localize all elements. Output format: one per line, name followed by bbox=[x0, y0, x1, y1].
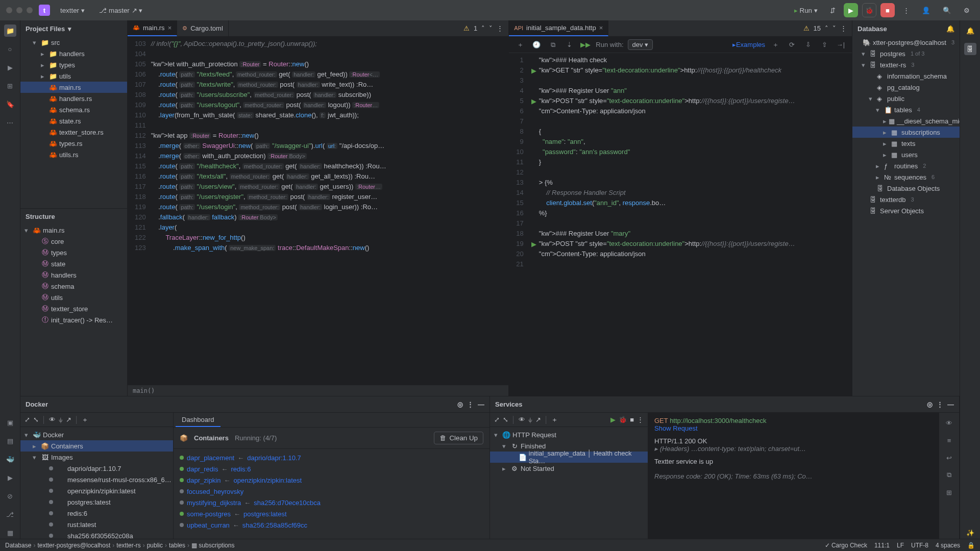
container-row[interactable]: dapr_zipkin ← openzipkin/zipkin:latest bbox=[180, 474, 483, 486]
container-row[interactable]: mystifying_dijkstra ← sha256:d70ece10cbc… bbox=[180, 497, 483, 508]
lock-icon[interactable]: 🔒 bbox=[967, 542, 975, 549]
view-icon[interactable]: 👁 bbox=[49, 416, 56, 423]
env-select[interactable]: dev ▾ bbox=[628, 39, 653, 50]
expand-icon[interactable]: ⤢ bbox=[24, 416, 30, 423]
structure-row[interactable]: Ⓜutils bbox=[20, 292, 127, 303]
vcs-branch-dropdown[interactable]: ⎇ master ↗ ▾ bbox=[95, 5, 146, 16]
maximize-window[interactable] bbox=[27, 7, 33, 13]
run-gutter[interactable]: ▶▶▶ bbox=[529, 53, 539, 396]
prev-problem-icon[interactable]: ˄ bbox=[825, 24, 828, 32]
structure-row[interactable]: Ⓜtextter_store bbox=[20, 303, 127, 314]
target-icon[interactable]: ◎ bbox=[457, 400, 463, 408]
view-icon[interactable]: 👁 bbox=[519, 416, 525, 423]
docker-tree-row[interactable]: rust:latest bbox=[20, 519, 173, 530]
add-icon[interactable]: ＋ bbox=[82, 415, 88, 424]
db-tree-row[interactable]: 🗄textterdb3 bbox=[852, 194, 960, 205]
db-tree-row[interactable]: 🐘xtter-postgres@localhost3 bbox=[852, 37, 960, 48]
new-request-icon[interactable]: ＋ bbox=[769, 39, 781, 51]
container-link[interactable]: focused_heyrovsky bbox=[187, 488, 243, 495]
docker-tree[interactable]: ▾🐳Docker▸📦Containers▾🖼Imagesdaprio/dapr:… bbox=[20, 427, 173, 539]
next-problem-icon[interactable]: ˅ bbox=[832, 24, 836, 32]
search-icon[interactable]: 🔍 bbox=[939, 5, 955, 16]
minimize-icon[interactable]: — bbox=[478, 400, 484, 408]
structure-row[interactable]: Ⓜhandlers bbox=[20, 269, 127, 281]
docker-tree-row[interactable]: ▾🐳Docker bbox=[20, 429, 173, 440]
tree-row[interactable]: ▸📁types bbox=[20, 59, 127, 70]
collapse-icon[interactable]: ⤡ bbox=[503, 416, 508, 423]
status-breadcrumbs[interactable]: Database›textter-postgres@localhost›text… bbox=[5, 542, 234, 549]
add-icon[interactable]: ＋ bbox=[551, 415, 558, 424]
run-tool-icon[interactable]: ▤ bbox=[4, 435, 16, 447]
stop-button[interactable]: ■ bbox=[880, 3, 895, 17]
services-tree-row[interactable]: 📄initial_sample_data │ Health check Sta… bbox=[490, 452, 648, 463]
commit-tool-icon[interactable]: ○ bbox=[4, 43, 16, 55]
more-actions-icon[interactable]: ⋮ bbox=[899, 5, 914, 16]
show-request-link[interactable]: Show Request bbox=[654, 424, 698, 432]
docker-tree-row[interactable]: ▾🖼Images bbox=[20, 452, 173, 463]
expand-icon[interactable]: ⤢ bbox=[494, 416, 500, 423]
clean-up-button[interactable]: 🗑 Clean Up bbox=[434, 432, 483, 444]
tree-row[interactable]: ▸📁utils bbox=[20, 70, 127, 82]
container-row[interactable]: upbeat_curran ← sha256:258a85cf69cc bbox=[180, 519, 483, 531]
upload-icon[interactable]: ⇧ bbox=[818, 39, 830, 51]
container-link[interactable]: some-postgres bbox=[187, 510, 231, 518]
editor-more-icon[interactable]: ⋮ bbox=[840, 24, 847, 32]
container-link[interactable]: upbeat_curran bbox=[187, 521, 230, 529]
project-tool-icon[interactable]: 📁 bbox=[4, 24, 16, 37]
tree-row[interactable]: 🦀main.rs bbox=[20, 82, 127, 93]
structure-tool-icon[interactable]: ⊞ bbox=[4, 80, 16, 92]
debug-icon[interactable]: 🐞 bbox=[619, 416, 627, 423]
structure-row[interactable]: Ⓢcore bbox=[20, 236, 127, 247]
collapse-icon[interactable]: →| bbox=[835, 39, 847, 51]
build-output-icon[interactable]: ▦ bbox=[4, 527, 16, 539]
minimize-window[interactable] bbox=[16, 7, 22, 13]
copy-icon[interactable]: ⧉ bbox=[547, 39, 559, 51]
dashboard-tab[interactable]: Dashboard bbox=[176, 413, 220, 427]
ai-assistant-icon[interactable]: ✨ bbox=[964, 527, 976, 539]
notifications-icon[interactable]: 🔔 bbox=[946, 25, 954, 33]
line-ending[interactable]: LF bbox=[897, 542, 904, 549]
db-tree-row[interactable]: ▸▦__diesel_schema_mig… bbox=[852, 115, 960, 127]
run-icon[interactable]: ▶ bbox=[610, 416, 616, 423]
debug-button[interactable]: 🐞 bbox=[862, 3, 876, 17]
scroll-icon[interactable]: ≡ bbox=[943, 434, 955, 446]
project-tree[interactable]: ▾📁src▸📁handlers▸📁types▸📁utils🦀main.rs🦀ha… bbox=[20, 37, 127, 208]
build-icon[interactable]: ⇵ bbox=[826, 5, 840, 16]
tree-row[interactable]: 🦀utils.rs bbox=[20, 149, 127, 160]
problems-tool-icon[interactable]: ⊘ bbox=[4, 490, 16, 502]
tree-row[interactable]: 🦀textter_store.rs bbox=[20, 127, 127, 138]
db-tree-row[interactable]: ▾📋tables4 bbox=[852, 104, 960, 115]
code-with-me-icon[interactable]: 👤 bbox=[918, 5, 935, 16]
container-link[interactable]: dapr_placement bbox=[187, 454, 234, 462]
container-link[interactable]: dapr_redis bbox=[187, 465, 218, 473]
chevron-down-icon[interactable]: ▾ bbox=[68, 25, 71, 33]
tree-row[interactable]: 🦀types.rs bbox=[20, 138, 127, 149]
tree-row[interactable]: 🦀state.rs bbox=[20, 115, 127, 127]
close-window[interactable] bbox=[6, 7, 12, 13]
editor-breadcrumb[interactable]: main() bbox=[128, 385, 508, 396]
services-tree[interactable]: ▾🌐HTTP Request▾↻Finished📄initial_sample_… bbox=[490, 427, 648, 476]
structure-row[interactable]: ⓕinit_tracer() -> Res… bbox=[20, 314, 127, 325]
editor-tab[interactable]: 🦀main.rs× bbox=[128, 20, 177, 36]
db-tree-row[interactable]: ▾🗄textter-rs3 bbox=[852, 59, 960, 70]
sync-icon[interactable]: ⟳ bbox=[786, 39, 798, 51]
services-tree-row[interactable]: ▾🌐HTTP Request bbox=[490, 429, 648, 440]
prev-problem-icon[interactable]: ˄ bbox=[481, 24, 485, 32]
db-tree-row[interactable]: ◈information_schema bbox=[852, 70, 960, 82]
add-request-icon[interactable]: ＋ bbox=[514, 39, 526, 51]
bookmarks-tool-icon[interactable]: 🔖 bbox=[4, 98, 16, 110]
docker-tree-row[interactable]: messense/rust-musl-cross:x86_6… bbox=[20, 474, 173, 485]
filter-icon[interactable]: ⏚ bbox=[528, 416, 532, 423]
docker-tool-icon[interactable]: 🐳 bbox=[4, 453, 16, 465]
wrap-icon[interactable]: ↩ bbox=[943, 452, 955, 464]
terminal-tool-icon[interactable]: ▣ bbox=[4, 416, 16, 429]
minimize-icon[interactable]: — bbox=[947, 400, 954, 408]
more-icon[interactable]: ⋮ bbox=[637, 416, 644, 423]
container-link[interactable]: mystifying_dijkstra bbox=[187, 499, 241, 507]
notifications-icon[interactable]: 🔔 bbox=[964, 24, 976, 37]
warning-icon[interactable]: ⚠ bbox=[803, 24, 810, 32]
close-tab-icon[interactable]: × bbox=[599, 24, 603, 32]
encoding[interactable]: UTF-8 bbox=[911, 542, 928, 549]
container-row[interactable]: dapr_placement ← daprio/dapr:1.10.7 bbox=[180, 452, 483, 463]
editor-tab[interactable]: APIinitial_sample_data.http× bbox=[509, 20, 608, 36]
